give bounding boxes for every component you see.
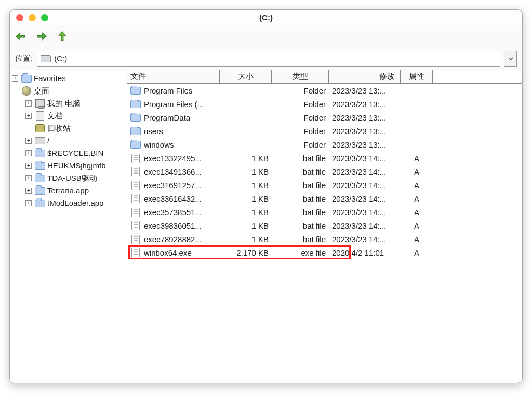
file-size: 1 KB (220, 235, 272, 244)
file-name: windows (144, 140, 174, 149)
file-type: bat file (272, 167, 329, 176)
back-button[interactable] (15, 31, 26, 42)
tree-item[interactable]: +Favorites (12, 72, 127, 85)
file-name: exec78928882... (144, 235, 202, 244)
file-type: bat file (272, 208, 329, 217)
tree-item[interactable]: +Terraria.app (12, 184, 127, 197)
col-size[interactable]: 大小 (220, 70, 272, 83)
tree-expander[interactable]: + (25, 175, 32, 181)
tree-item[interactable]: 回收站 (12, 122, 127, 135)
location-label: 位置: (15, 54, 33, 63)
drive-icon (35, 137, 45, 145)
tree-expander[interactable]: + (25, 188, 32, 194)
tree-expander[interactable]: + (25, 150, 32, 156)
tree-expander[interactable]: + (12, 75, 18, 82)
toolbar (10, 25, 522, 47)
file-row[interactable]: windowsFolder2023/3/23 13:... (127, 138, 522, 151)
tree-item[interactable]: +tModLoader.app (12, 197, 127, 209)
file-size: 1 KB (220, 221, 272, 230)
close-window-button[interactable] (16, 14, 23, 21)
col-attr[interactable]: 属性 (401, 70, 433, 83)
folder-tree[interactable]: +Favorites-桌面+我的 电脑+文档回收站+/+$RECYCLE.BIN… (10, 70, 127, 383)
folder-icon (130, 140, 141, 149)
folder-icon (35, 149, 45, 157)
minimize-window-button[interactable] (29, 14, 36, 21)
tree-item[interactable]: +HEUKMSjhgjmfb (12, 160, 127, 172)
file-modified: 2020/4/2 11:01 (329, 248, 401, 257)
up-button[interactable] (57, 31, 68, 42)
file-row[interactable]: exec13322495...1 KBbat file2023/3/23 14:… (127, 151, 522, 165)
file-type: exe file (272, 248, 329, 257)
folder-icon (130, 100, 141, 108)
col-name[interactable]: 文件 (127, 70, 220, 83)
folder-icon (35, 174, 45, 182)
file-type: bat file (272, 181, 329, 190)
file-icon (130, 194, 141, 203)
file-name: exec31691257... (144, 181, 202, 190)
col-modified[interactable]: 修改 (329, 70, 401, 83)
tree-expander[interactable]: + (25, 113, 32, 119)
file-type: Folder (272, 100, 329, 109)
zoom-window-button[interactable] (41, 14, 48, 21)
document-icon (35, 112, 45, 120)
folder-icon (35, 162, 45, 170)
location-dropdown-button[interactable] (504, 51, 517, 67)
tree-item[interactable]: +$RECYCLE.BIN (12, 147, 127, 160)
tree-item-label: / (47, 135, 49, 147)
file-size: 1 KB (220, 194, 272, 203)
file-row[interactable]: winbox64.exe2,170 KBexe file2020/4/2 11:… (127, 246, 522, 259)
tree-item[interactable]: +文档 (12, 110, 127, 122)
file-attr: A (401, 248, 433, 257)
file-modified: 2023/3/23 14:... (329, 167, 401, 176)
file-row[interactable]: Program Files (...Folder2023/3/23 13:... (127, 97, 522, 111)
titlebar[interactable]: (C:) (10, 10, 522, 25)
file-size: 1 KB (220, 208, 272, 217)
tree-expander[interactable]: + (25, 100, 32, 107)
file-rows[interactable]: Program FilesFolder2023/3/23 13:...Progr… (127, 84, 522, 383)
file-row[interactable]: Program FilesFolder2023/3/23 13:... (127, 84, 522, 97)
file-row[interactable]: exec33616432...1 KBbat file2023/3/23 14:… (127, 192, 522, 205)
file-modified: 2023/3/23 14:... (329, 194, 401, 203)
body: +Favorites-桌面+我的 电脑+文档回收站+/+$RECYCLE.BIN… (10, 70, 522, 383)
file-modified: 2023/3/23 13:... (329, 140, 401, 149)
tree-item-label: TDA-USB驱动 (47, 172, 97, 184)
col-type[interactable]: 类型 (272, 70, 329, 83)
file-row[interactable]: ProgramDataFolder2023/3/23 13:... (127, 111, 522, 124)
file-name: users (144, 127, 163, 136)
file-attr: A (401, 208, 433, 217)
tree-expander[interactable]: + (25, 163, 32, 169)
tree-item[interactable]: +/ (12, 135, 127, 147)
file-name: exec13491366... (144, 167, 202, 176)
column-headers: 文件 大小 类型 修改 属性 (127, 70, 522, 84)
file-row[interactable]: exec78928882...1 KBbat file2023/3/23 14:… (127, 232, 522, 246)
tree-item[interactable]: +TDA-USB驱动 (12, 172, 127, 184)
tree-expander[interactable]: + (25, 200, 32, 206)
file-row[interactable]: exec31691257...1 KBbat file2023/3/23 14:… (127, 178, 522, 192)
file-list: 文件 大小 类型 修改 属性 Program FilesFolder2023/3… (127, 70, 522, 383)
file-icon (130, 235, 141, 243)
file-type: bat file (272, 194, 329, 203)
file-manager-window: (C:) 位置: (C:) + (9, 9, 523, 383)
file-attr: A (401, 181, 433, 190)
location-field[interactable]: (C:) (37, 51, 500, 67)
folder-icon (130, 127, 141, 135)
file-attr: A (401, 221, 433, 230)
tree-expander[interactable]: + (25, 138, 32, 144)
file-icon (130, 154, 141, 162)
tree-item-label: HEUKMSjhgjmfb (47, 160, 106, 172)
forward-button[interactable] (36, 31, 47, 42)
tree-item-label: 我的 电脑 (47, 97, 81, 110)
tree-item-label: Terraria.app (47, 184, 89, 197)
file-row[interactable]: exec39836051...1 KBbat file2023/3/23 14:… (127, 219, 522, 232)
file-size: 1 KB (220, 181, 272, 190)
file-row[interactable]: usersFolder2023/3/23 13:... (127, 124, 522, 138)
arrow-left-icon (15, 31, 26, 42)
file-type: Folder (272, 86, 329, 95)
file-row[interactable]: exec13491366...1 KBbat file2023/3/23 14:… (127, 165, 522, 178)
file-size: 1 KB (220, 167, 272, 176)
file-row[interactable]: exec35738551...1 KBbat file2023/3/23 14:… (127, 205, 522, 219)
tree-expander[interactable]: - (12, 88, 18, 94)
tree-item[interactable]: -桌面 (12, 85, 127, 97)
tree-item[interactable]: +我的 电脑 (12, 97, 127, 110)
file-type: bat file (272, 235, 329, 244)
